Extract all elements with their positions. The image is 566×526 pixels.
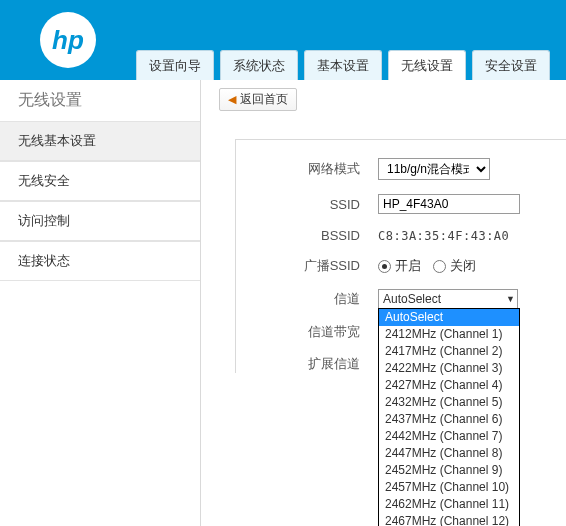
main-panel: ◀ 返回首页 网络模式 11b/g/n混合模式 SSID xyxy=(201,80,566,526)
sidebar-item-wireless-basic[interactable]: 无线基本设置 xyxy=(0,121,200,161)
chevron-down-icon: ▼ xyxy=(506,294,515,304)
back-home-label: 返回首页 xyxy=(240,91,288,108)
channel-dropdown: AutoSelect2412MHz (Channel 1)2417MHz (Ch… xyxy=(378,308,520,526)
label-ext-channel: 扩展信道 xyxy=(236,355,378,373)
channel-option[interactable]: 2422MHz (Channel 3) xyxy=(379,360,519,377)
label-bssid: BSSID xyxy=(236,228,378,243)
channel-option[interactable]: 2467MHz (Channel 12) xyxy=(379,513,519,526)
app-header: hp 设置向导系统状态基本设置无线设置安全设置 xyxy=(0,0,566,80)
channel-option[interactable]: 2437MHz (Channel 6) xyxy=(379,411,519,428)
label-ssid: SSID xyxy=(236,197,378,212)
broadcast-on-label: 开启 xyxy=(395,257,421,275)
channel-option[interactable]: 2447MHz (Channel 8) xyxy=(379,445,519,462)
hp-logo: hp xyxy=(36,8,106,75)
label-network-mode: 网络模式 xyxy=(236,160,378,178)
broadcast-off-label: 关闭 xyxy=(450,257,476,275)
channel-option[interactable]: 2462MHz (Channel 11) xyxy=(379,496,519,513)
label-broadcast-ssid: 广播SSID xyxy=(236,257,378,275)
main-tabs: 设置向导系统状态基本设置无线设置安全设置 xyxy=(136,50,550,80)
channel-option[interactable]: 2457MHz (Channel 10) xyxy=(379,479,519,496)
ssid-input[interactable] xyxy=(378,194,520,214)
broadcast-on-radio[interactable]: 开启 xyxy=(378,257,421,275)
channel-option[interactable]: 2427MHz (Channel 4) xyxy=(379,377,519,394)
channel-option[interactable]: 2432MHz (Channel 5) xyxy=(379,394,519,411)
label-channel: 信道 xyxy=(236,290,378,308)
tab-basic-settings[interactable]: 基本设置 xyxy=(304,50,382,80)
bssid-value: C8:3A:35:4F:43:A0 xyxy=(378,229,509,243)
network-mode-select[interactable]: 11b/g/n混合模式 xyxy=(378,158,490,180)
tab-system-status[interactable]: 系统状态 xyxy=(220,50,298,80)
channel-select[interactable]: AutoSelect ▼ xyxy=(378,289,518,309)
channel-value: AutoSelect xyxy=(383,292,441,306)
tab-security-settings[interactable]: 安全设置 xyxy=(472,50,550,80)
sidebar-item-wireless-security[interactable]: 无线安全 xyxy=(0,161,200,201)
radio-icon xyxy=(378,260,391,273)
radio-icon xyxy=(433,260,446,273)
channel-option[interactable]: AutoSelect xyxy=(379,309,519,326)
sidebar: 无线设置 无线基本设置无线安全访问控制连接状态 xyxy=(0,80,201,526)
back-arrow-icon: ◀ xyxy=(228,93,236,106)
back-home-button[interactable]: ◀ 返回首页 xyxy=(219,88,297,111)
tab-setup-wizard[interactable]: 设置向导 xyxy=(136,50,214,80)
label-channel-width: 信道带宽 xyxy=(236,323,378,341)
channel-option[interactable]: 2412MHz (Channel 1) xyxy=(379,326,519,343)
sidebar-item-connection-status[interactable]: 连接状态 xyxy=(0,241,200,281)
tab-wireless-settings[interactable]: 无线设置 xyxy=(388,50,466,80)
channel-option[interactable]: 2442MHz (Channel 7) xyxy=(379,428,519,445)
sidebar-title: 无线设置 xyxy=(0,80,200,121)
channel-option[interactable]: 2417MHz (Channel 2) xyxy=(379,343,519,360)
svg-text:hp: hp xyxy=(52,25,84,55)
broadcast-off-radio[interactable]: 关闭 xyxy=(433,257,476,275)
sidebar-item-access-control[interactable]: 访问控制 xyxy=(0,201,200,241)
channel-option[interactable]: 2452MHz (Channel 9) xyxy=(379,462,519,479)
